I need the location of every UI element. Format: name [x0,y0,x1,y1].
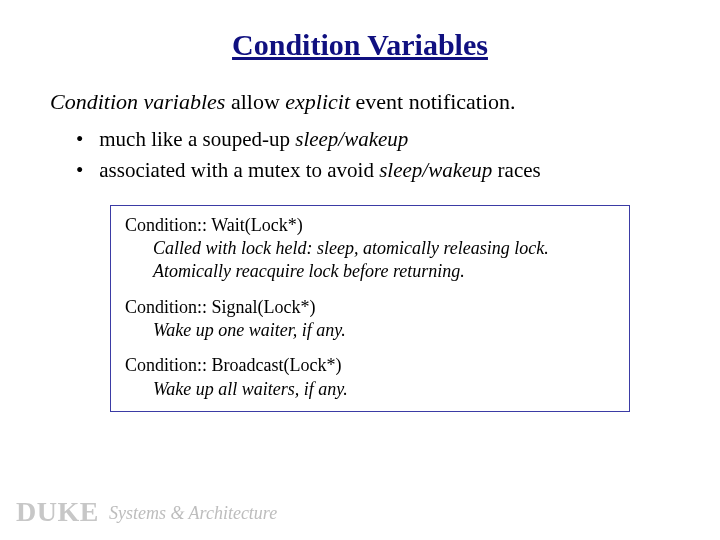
slide: Condition Variables Condition variables … [0,0,720,540]
intro-middle: allow [225,89,285,114]
method-desc-line: Called with lock held: sleep, atomically… [153,237,615,260]
bullet-pre: associated with a mutex to avoid [99,158,379,182]
method-desc-line: Atomically reacquire lock before returni… [153,260,615,283]
bullet-item: associated with a mutex to avoid sleep/w… [78,155,670,187]
bullet-em: sleep/wakeup [295,127,408,151]
method-sig: Condition:: Signal(Lock*) [125,296,615,319]
intro-lead: Condition variables [50,89,225,114]
bullet-post: races [492,158,540,182]
footer-logo: DUKE [16,496,99,527]
slide-title: Condition Variables [50,28,670,62]
intro-line: Condition variables allow explicit event… [50,88,670,116]
bullet-em: sleep/wakeup [379,158,492,182]
bullet-pre: much like a souped-up [99,127,295,151]
method-desc-line: Wake up one waiter, if any. [153,319,615,342]
bullet-item: much like a souped-up sleep/wakeup [78,124,670,156]
footer: DUKE Systems & Architecture [16,496,277,528]
footer-tagline: Systems & Architecture [109,503,277,523]
methods-box: Condition:: Wait(Lock*) Called with lock… [110,205,630,413]
method-broadcast: Condition:: Broadcast(Lock*) Wake up all… [125,354,615,401]
method-sig: Condition:: Wait(Lock*) [125,214,615,237]
method-desc-line: Wake up all waiters, if any. [153,378,615,401]
method-signal: Condition:: Signal(Lock*) Wake up one wa… [125,296,615,343]
bullet-list: much like a souped-up sleep/wakeup assoc… [78,124,670,187]
method-wait: Condition:: Wait(Lock*) Called with lock… [125,214,615,284]
method-sig: Condition:: Broadcast(Lock*) [125,354,615,377]
intro-tail: event notification. [350,89,516,114]
intro-em: explicit [285,89,350,114]
